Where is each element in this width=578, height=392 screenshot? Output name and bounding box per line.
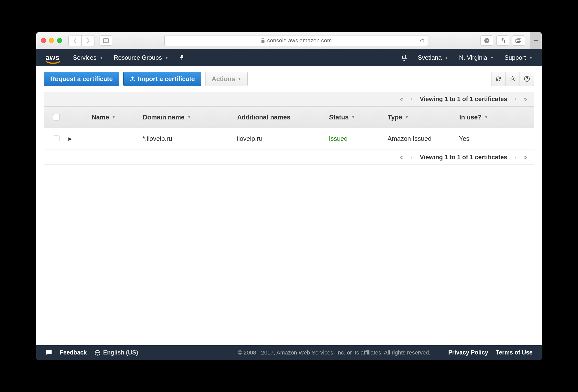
settings-button[interactable]: [505, 72, 520, 86]
address-bar[interactable]: console.aws.amazon.com: [164, 35, 428, 46]
downloads-button[interactable]: [480, 35, 493, 46]
table-header: Name ▼ Domain name ▼ Additional names St…: [44, 106, 534, 128]
prev-page-button[interactable]: ‹: [411, 154, 413, 161]
next-page-button[interactable]: ›: [514, 154, 516, 161]
last-page-button[interactable]: »: [524, 95, 527, 103]
pager-text: Viewing 1 to 1 of 1 certificates: [420, 95, 507, 103]
request-certificate-label: Request a certificate: [50, 75, 113, 83]
svg-rect-0: [103, 39, 109, 43]
browser-chrome: console.aws.amazon.com: [36, 32, 542, 49]
user-menu[interactable]: Svetlana ▼: [418, 54, 448, 61]
col-status-label: Status: [329, 114, 348, 121]
feedback-link[interactable]: Feedback: [60, 349, 87, 356]
import-certificate-label: Import a certificate: [138, 75, 195, 83]
share-button[interactable]: [496, 35, 509, 46]
caret-down-icon: ▼: [529, 56, 533, 60]
resource-groups-menu[interactable]: Resource Groups ▼: [114, 54, 168, 61]
col-name-label: Name: [92, 114, 109, 121]
notifications-button[interactable]: [401, 54, 407, 61]
sort-icon: ▼: [351, 115, 355, 119]
first-page-button[interactable]: «: [400, 154, 403, 161]
col-additional-header[interactable]: Additional names: [236, 114, 328, 121]
help-button[interactable]: [520, 72, 534, 86]
svg-rect-5: [516, 39, 520, 43]
aws-logo[interactable]: aws: [45, 54, 60, 62]
user-label: Svetlana: [418, 54, 442, 61]
svg-rect-6: [517, 38, 521, 42]
aws-footer: Feedback English (US) © 2008 - 2017, Ama…: [36, 345, 542, 360]
url-text: console.aws.amazon.com: [267, 37, 332, 44]
new-tab-button[interactable]: [530, 32, 542, 49]
terms-link[interactable]: Terms of Use: [496, 349, 533, 356]
col-inuse-label: In use?: [459, 114, 482, 121]
table-row[interactable]: ▶ *.iloveip.ru iloveip.ru Issued Amazon …: [44, 128, 534, 150]
minimize-window-button[interactable]: [49, 38, 54, 43]
copyright-text: © 2008 - 2017, Amazon Web Services, Inc.…: [238, 349, 430, 356]
row-checkbox[interactable]: [53, 136, 59, 142]
select-all-cell: [44, 114, 67, 120]
prev-page-button[interactable]: ‹: [411, 95, 413, 103]
caret-down-icon: ▼: [445, 56, 448, 60]
action-toolbar: Request a certificate Import a certifica…: [36, 66, 542, 92]
sort-icon: ▼: [187, 115, 191, 119]
maximize-window-button[interactable]: [57, 38, 62, 43]
import-certificate-button[interactable]: Import a certificate: [123, 72, 201, 86]
pager-text: Viewing 1 to 1 of 1 certificates: [420, 154, 507, 161]
aws-topnav: aws Services ▼ Resource Groups ▼ Svetlan…: [36, 49, 542, 66]
pin-button[interactable]: [179, 55, 184, 60]
first-page-button[interactable]: «: [400, 95, 403, 103]
region-menu[interactable]: N. Virginia ▼: [459, 54, 494, 61]
globe-icon: [94, 350, 101, 356]
actions-dropdown[interactable]: Actions ▼: [205, 72, 248, 86]
last-page-button[interactable]: »: [524, 154, 527, 161]
next-page-button[interactable]: ›: [514, 95, 516, 103]
sort-icon: ▼: [484, 115, 488, 119]
nav-buttons: [68, 35, 94, 46]
col-type-label: Type: [388, 114, 402, 121]
forward-button[interactable]: [81, 35, 94, 46]
col-name-header[interactable]: Name ▼: [90, 114, 141, 121]
back-button[interactable]: [69, 35, 81, 46]
privacy-link[interactable]: Privacy Policy: [448, 349, 488, 356]
expand-row-button[interactable]: ▶: [68, 136, 72, 142]
lock-icon: [261, 38, 265, 43]
caret-down-icon: ▼: [165, 56, 168, 60]
toolbar-right: [491, 72, 534, 86]
feedback-icon: [45, 350, 52, 356]
select-all-checkbox[interactable]: [53, 114, 60, 120]
pager-bottom: « ‹ Viewing 1 to 1 of 1 certificates › »: [44, 150, 534, 165]
services-menu[interactable]: Services ▼: [73, 54, 103, 61]
empty-area: [36, 165, 542, 345]
col-domain-header[interactable]: Domain name ▼: [141, 114, 236, 121]
row-select-cell: [44, 136, 67, 142]
col-type-header[interactable]: Type ▼: [386, 114, 458, 121]
sort-icon: ▼: [405, 115, 409, 119]
sort-icon: ▼: [112, 115, 116, 119]
support-label: Support: [504, 54, 526, 61]
cell-type: Amazon Issued: [386, 135, 457, 142]
support-menu[interactable]: Support ▼: [504, 54, 533, 61]
upload-icon: [130, 76, 135, 82]
region-label: N. Virginia: [459, 54, 487, 61]
reload-icon[interactable]: [419, 38, 425, 43]
cell-domain: *.iloveip.ru: [141, 135, 235, 142]
chrome-right-buttons: [480, 35, 525, 46]
col-inuse-header[interactable]: In use? ▼: [458, 114, 534, 121]
pager-top: « ‹ Viewing 1 to 1 of 1 certificates › »: [44, 92, 534, 106]
svg-rect-2: [261, 40, 264, 43]
tabs-button[interactable]: [512, 35, 525, 46]
cell-status: Issued: [327, 135, 386, 142]
row-expand-cell: ▶: [67, 136, 90, 142]
caret-down-icon: ▼: [238, 77, 241, 81]
services-label: Services: [73, 54, 97, 61]
close-window-button[interactable]: [41, 38, 46, 43]
refresh-button[interactable]: [491, 72, 505, 86]
actions-label: Actions: [212, 75, 235, 83]
window-controls: [41, 38, 62, 43]
language-label: English (US): [103, 349, 138, 356]
col-status-header[interactable]: Status ▼: [328, 114, 386, 121]
request-certificate-button[interactable]: Request a certificate: [44, 72, 119, 86]
svg-point-7: [512, 78, 513, 80]
language-selector[interactable]: English (US): [94, 349, 138, 356]
sidebar-toggle-button[interactable]: [100, 35, 112, 46]
